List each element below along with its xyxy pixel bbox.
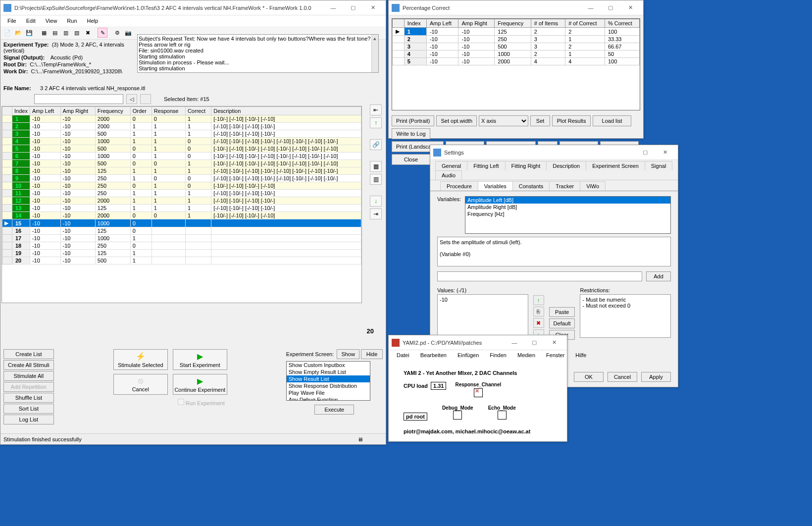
menu-view[interactable]: View xyxy=(41,16,62,25)
pc-minimize-button[interactable]: — xyxy=(581,1,601,15)
paste-button[interactable]: Paste xyxy=(549,307,575,317)
variables-listbox[interactable]: Amplitude Left [dB] Amplitude Right [dB]… xyxy=(465,196,671,234)
echo-mode-toggle[interactable] xyxy=(498,411,507,420)
search-next-button[interactable] xyxy=(140,94,151,104)
tab-signal[interactable]: Signal xyxy=(645,161,673,170)
tool1-icon[interactable]: ▦ xyxy=(39,28,49,38)
side-down-icon[interactable]: ↓ xyxy=(370,196,382,207)
table-row[interactable]: 4-10-1010002150 xyxy=(393,51,640,58)
table-row[interactable]: ▶15-10-1010000 xyxy=(2,219,361,227)
show-button[interactable]: Show xyxy=(337,349,359,359)
close-pc-button[interactable]: Close xyxy=(392,154,430,165)
table-row[interactable]: 16-10-101250 xyxy=(2,227,361,235)
value-copy-icon[interactable]: ⎘ xyxy=(533,307,544,316)
continue-experiment-button[interactable]: ▶Continue Experiment xyxy=(173,374,227,395)
log-box[interactable]: Subject's Request Text: Now we have 4 in… xyxy=(137,34,379,73)
delete-icon[interactable]: ✖ xyxy=(83,28,93,38)
variable-description[interactable]: Sets the amplitude of stimuli (left). (V… xyxy=(437,237,671,266)
xaxis-select[interactable]: X axis xyxy=(479,115,528,126)
menu-file[interactable]: File xyxy=(2,16,21,25)
side-expand-icon[interactable]: ⇥ xyxy=(370,209,382,219)
set-button[interactable]: Set xyxy=(530,115,550,126)
maximize-button[interactable]: ▢ xyxy=(343,1,363,15)
list-item[interactable]: Show Custom Inputbox xyxy=(287,362,370,368)
table-row[interactable]: 11-10-10250111[-/-10] [-10/-] [-/-10] [-… xyxy=(2,190,361,197)
menu-run[interactable]: Run xyxy=(62,16,82,25)
menu-help[interactable]: Help xyxy=(82,16,103,25)
table-row[interactable]: 20-10-105001 xyxy=(2,257,361,264)
table-row[interactable]: 3-10-10500111[-/-10] [-10/-] [-/-10] [-1… xyxy=(2,130,361,138)
response-channel-toggle[interactable]: ✕ xyxy=(474,388,483,397)
ok-button[interactable]: OK xyxy=(574,372,604,382)
start-experiment-button[interactable]: ▶Start Experiment xyxy=(173,349,227,370)
tab-variables[interactable]: Variables xyxy=(478,181,513,191)
camera-icon[interactable]: 📷 xyxy=(123,28,133,38)
side-grid1-icon[interactable]: ▦ xyxy=(370,161,382,172)
table-row[interactable]: 7-10-10500001[-10/-] [-/-10] [-10/-] [-/… xyxy=(2,160,361,167)
pd-menu-einfugen[interactable]: Einfügen xyxy=(453,351,484,359)
values-textarea[interactable]: -10 xyxy=(437,294,528,338)
table-row[interactable]: 2-10-102000111[-/-10] [-10/-] [-/-10] [-… xyxy=(2,123,361,130)
log-list-button[interactable]: Log List xyxy=(3,415,54,424)
side-up-icon[interactable]: ↑ xyxy=(370,117,382,128)
tab-description[interactable]: Description xyxy=(546,161,586,170)
list-item[interactable]: Show Result List xyxy=(287,375,370,382)
stimulate-all-button[interactable]: Stimulate All xyxy=(3,371,54,381)
tab-fitting-right[interactable]: Fitting Right xyxy=(505,161,547,170)
list-item[interactable]: Frequency [Hz] xyxy=(465,210,670,217)
table-row[interactable]: 12-10-102000111[-/-10] [-10/-] [-/-10] [… xyxy=(2,197,361,205)
pc-close-button[interactable]: ✕ xyxy=(620,1,640,15)
table-row[interactable]: 6-10-101000010[-10/-] [-/-10] [-10/-] [-… xyxy=(2,153,361,160)
print-portrait-button[interactable]: Print (Portrait) xyxy=(392,115,434,126)
list-item[interactable]: Amplitude Left [dB] xyxy=(465,197,670,204)
minimize-button[interactable]: — xyxy=(323,1,343,15)
tab-general[interactable]: General xyxy=(435,161,467,170)
tab-procedure[interactable]: Procedure xyxy=(440,181,478,191)
save-icon[interactable]: 💾 xyxy=(24,28,34,38)
table-row[interactable]: 10-10-10250010[-10/-] [-/-10] [-10/-] [-… xyxy=(2,182,361,190)
pd-root-box[interactable]: pd root xyxy=(404,413,427,421)
stimulate-selected-button[interactable]: ⚡Stimulate Selected xyxy=(113,349,168,370)
table-row[interactable]: 8-10-10125111[-/-10] [-10/-] [-/-10] [-1… xyxy=(2,167,361,175)
pd-menu-finden[interactable]: Finden xyxy=(485,351,511,359)
tab-tracker[interactable]: Tracker xyxy=(549,181,580,191)
cancel-settings-button[interactable]: Cancel xyxy=(608,372,637,382)
tab-experiment-screen[interactable]: Experiment Screen xyxy=(586,161,645,170)
action-listbox[interactable]: Show Custom Inputbox Show Empty Result L… xyxy=(286,361,370,401)
plot-results-button[interactable]: Plot Results xyxy=(552,115,591,126)
settings-close-button[interactable]: ✕ xyxy=(655,146,675,159)
tool4-icon[interactable]: ▧ xyxy=(72,28,82,38)
pd-minimize-button[interactable]: — xyxy=(505,336,524,350)
tab-constants[interactable]: Constants xyxy=(512,181,550,191)
table-row[interactable]: 19-10-101251 xyxy=(2,250,361,257)
table-row[interactable]: 3-10-105003266.67 xyxy=(393,43,640,51)
execute-button[interactable]: Execute xyxy=(314,405,354,415)
pd-menu-medien[interactable]: Medien xyxy=(512,351,540,359)
table-row[interactable]: 9-10-10250100[-/-10] [-10/-] [-/-10] [-1… xyxy=(2,175,361,182)
variable-name-input[interactable] xyxy=(437,271,642,281)
tab-viwo[interactable]: ViWo xyxy=(580,181,606,191)
table-row[interactable]: 17-10-1010001 xyxy=(2,235,361,242)
create-list-button[interactable]: Create List xyxy=(3,349,54,359)
open-icon[interactable]: 📂 xyxy=(13,28,23,38)
list-item[interactable]: Show Response Distribution xyxy=(287,382,370,389)
list-item[interactable]: Any Debug Function xyxy=(287,396,370,401)
tool2-icon[interactable]: ▤ xyxy=(50,28,60,38)
shuffle-list-button[interactable]: Shuffle List xyxy=(3,393,54,403)
menu-edit[interactable]: Edit xyxy=(21,16,41,25)
create-stimuli-button[interactable]: Create All Stimuli xyxy=(3,360,54,370)
hide-button[interactable]: Hide xyxy=(361,349,383,359)
item-grid[interactable]: IndexAmp LeftAmp RightFrequencyOrderResp… xyxy=(1,106,362,303)
table-row[interactable]: 18-10-102500 xyxy=(2,242,361,250)
pc-maximize-button[interactable]: ▢ xyxy=(601,1,620,15)
value-delete-icon[interactable]: ✖ xyxy=(533,318,544,328)
load-list-button[interactable]: Load list xyxy=(593,115,631,126)
side-link-icon[interactable]: 🔗 xyxy=(370,139,382,150)
list-item[interactable]: Amplitude Right [dB] xyxy=(465,204,670,210)
pd-maximize-button[interactable]: ▢ xyxy=(524,336,544,350)
list-item[interactable]: Show Empty Result List xyxy=(287,368,370,375)
log-scrollbar[interactable]: ▴ xyxy=(371,35,378,72)
pd-menu-fenster[interactable]: Fenster xyxy=(541,351,569,359)
pd-close-button[interactable]: ✕ xyxy=(544,336,564,350)
settings-maximize-button[interactable]: ▢ xyxy=(635,146,655,159)
